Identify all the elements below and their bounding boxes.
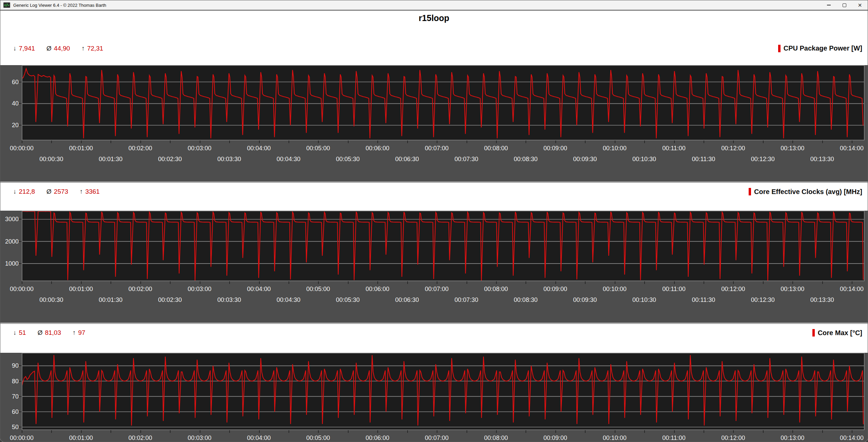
x-axis-tick	[792, 140, 793, 143]
x-axis-tick	[585, 140, 586, 143]
chart2-xaxis-row1: 00:00:0000:01:0000:02:0000:03:0000:04:00…	[0, 286, 868, 294]
chart-canvas	[22, 353, 865, 430]
x-axis-tick	[615, 140, 615, 143]
x-axis-tick	[822, 430, 823, 433]
x-axis-tick-label: 00:12:00	[721, 435, 745, 442]
y-axis-tick	[19, 263, 21, 264]
x-axis-tick-label: 00:05:30	[336, 296, 360, 304]
x-axis-tick	[437, 140, 437, 143]
x-axis-tick-label: 00:14:00	[840, 145, 864, 152]
chart3-stats-line: ↓ 51 Ø 81,03 ↑ 97 Core Max [°C]	[0, 329, 868, 337]
x-axis-tick-label: 00:12:30	[751, 156, 775, 163]
x-axis-tick	[763, 281, 764, 284]
x-axis-tick	[852, 430, 852, 433]
x-axis-tick	[852, 140, 852, 143]
chart3-series-title: Core Max [°C]	[818, 329, 862, 337]
x-axis-tick-label: 00:06:00	[366, 435, 389, 442]
y-axis-tick-label: 70	[1, 392, 19, 401]
x-axis-tick	[229, 140, 230, 143]
x-axis-tick-label: 00:10:30	[632, 296, 656, 304]
max-icon: ↑	[80, 188, 83, 195]
x-axis-tick	[555, 140, 556, 143]
x-axis-tick	[704, 140, 704, 143]
x-axis-tick	[22, 430, 22, 433]
x-axis-tick-label: 00:13:00	[781, 145, 804, 152]
chart1-xaxis-row2: 00:00:3000:01:3000:02:3000:03:3000:04:30…	[0, 156, 868, 164]
x-axis-tick	[200, 140, 200, 143]
minimize-button[interactable]	[821, 0, 836, 10]
x-axis-tick	[704, 430, 704, 433]
y-axis-tick	[19, 241, 21, 242]
x-axis-tick-label: 00:07:00	[425, 435, 449, 442]
chart2-plot[interactable]: 300020001000	[22, 211, 865, 281]
x-axis-tick	[792, 281, 793, 284]
x-axis-tick-label: 00:03:30	[217, 296, 241, 304]
x-axis-tick-label: 00:12:30	[751, 296, 775, 304]
avg-icon: Ø	[46, 188, 52, 195]
chart2-stats-band: ↓ 212,8 Ø 2573 ↑ 3361 Core Effective Clo…	[0, 183, 868, 200]
x-axis-tick-label: 00:01:00	[69, 286, 93, 293]
x-axis-tick	[200, 281, 200, 284]
x-axis-tick-label: 00:09:00	[544, 286, 567, 293]
app-icon	[3, 2, 10, 8]
chart3-plot[interactable]: 9080706050	[22, 353, 865, 430]
x-axis-tick	[51, 140, 52, 143]
x-axis-tick-label: 00:02:00	[129, 286, 152, 293]
y-axis-tick-label: 60	[1, 78, 19, 86]
x-axis-tick	[81, 430, 82, 433]
x-axis-tick	[170, 140, 171, 143]
x-axis-tick-label: 00:13:30	[810, 296, 834, 304]
x-axis-tick	[377, 140, 378, 143]
x-axis-tick-label: 00:06:00	[366, 145, 389, 152]
chart3-max-value: 97	[78, 329, 85, 337]
x-axis-tick	[111, 140, 111, 143]
chart3-min-value: 51	[19, 329, 26, 337]
x-axis-tick	[229, 281, 230, 284]
x-axis-tick	[644, 430, 645, 433]
x-axis-tick	[615, 430, 615, 433]
x-axis-tick	[585, 281, 586, 284]
x-axis-tick-label: 00:07:30	[454, 296, 478, 304]
x-axis-tick-label: 00:08:30	[514, 296, 537, 304]
y-axis-tick-label: 90	[1, 362, 19, 370]
y-axis-tick-label: 2000	[1, 237, 19, 246]
x-axis-tick	[555, 281, 556, 284]
chart2-series-title: Core Effective Clocks (avg) [MHz]	[754, 188, 862, 196]
series-color-bar	[812, 329, 815, 337]
page-title: r15loop	[0, 13, 868, 23]
maximize-button[interactable]	[836, 0, 852, 10]
y-axis-tick	[19, 365, 21, 366]
chart3-panel: 9080706050 00:00:0000:01:0000:02:0000:03…	[0, 353, 868, 442]
x-axis-tick-label: 00:01:30	[99, 156, 122, 163]
chart1-series-label: CPU Package Power [W]	[778, 44, 862, 52]
x-axis-tick	[733, 281, 734, 284]
x-axis-tick	[437, 281, 437, 284]
x-axis-tick-label: 00:04:00	[247, 435, 271, 442]
y-axis-tick-label: 80	[1, 377, 19, 385]
x-axis-tick-label: 00:11:30	[692, 296, 715, 304]
series-color-bar	[778, 45, 781, 52]
chart1-plot[interactable]: 604020	[22, 65, 865, 140]
x-axis-tick-label: 00:06:30	[395, 156, 419, 163]
x-axis-tick-label: 00:13:30	[810, 156, 834, 163]
x-axis-tick	[377, 430, 378, 433]
x-axis-tick-label: 00:11:30	[692, 156, 715, 163]
close-button[interactable]: ×	[852, 0, 868, 10]
y-axis-tick	[19, 427, 21, 427]
x-axis-tick	[22, 281, 22, 284]
avg-icon: Ø	[46, 45, 52, 52]
x-axis-tick-label: 00:11:00	[662, 145, 686, 152]
y-axis-tick	[19, 125, 21, 126]
x-axis-tick	[377, 281, 378, 284]
x-axis-tick-label: 00:08:00	[484, 286, 508, 293]
x-axis-tick-label: 00:02:00	[129, 145, 152, 152]
x-axis-tick-label: 00:13:00	[781, 286, 804, 293]
x-axis-tick	[51, 430, 52, 433]
x-axis-tick-label: 00:01:00	[69, 435, 93, 442]
x-axis-tick-label: 00:10:00	[603, 435, 627, 442]
x-axis-tick-label: 00:08:00	[484, 145, 508, 152]
x-axis-tick	[318, 281, 319, 284]
max-icon: ↑	[81, 45, 85, 52]
x-axis-tick-label: 00:13:00	[781, 435, 804, 442]
y-axis-tick	[19, 219, 21, 219]
